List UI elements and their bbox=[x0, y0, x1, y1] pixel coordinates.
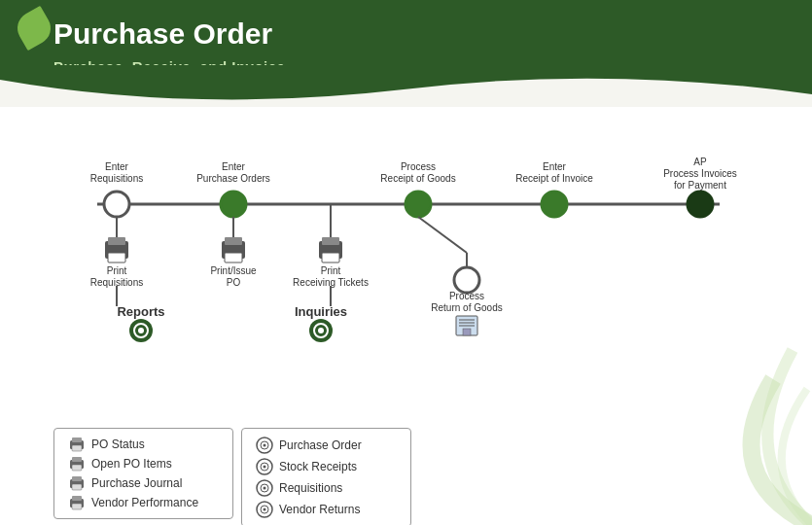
svg-rect-25 bbox=[322, 237, 339, 245]
node-enter-purchase-orders[interactable] bbox=[221, 192, 246, 217]
svg-text:PO: PO bbox=[227, 277, 241, 288]
svg-rect-21 bbox=[225, 237, 242, 245]
inquiries-item-stock-receipts[interactable]: Stock Receipts bbox=[256, 458, 397, 475]
leaf-icon bbox=[12, 6, 56, 51]
report-print-icon4 bbox=[68, 495, 86, 510]
svg-text:Reports: Reports bbox=[117, 304, 164, 319]
svg-line-15 bbox=[418, 217, 467, 253]
node-process-return-goods[interactable] bbox=[454, 267, 479, 293]
svg-text:Requisitions: Requisitions bbox=[90, 173, 143, 184]
svg-text:Receipt of Goods: Receipt of Goods bbox=[380, 173, 455, 184]
svg-point-58 bbox=[264, 444, 266, 447]
reports-item-po-status[interactable]: PO Status bbox=[68, 437, 219, 452]
svg-text:Print/Issue: Print/Issue bbox=[210, 265, 257, 276]
node-ap-process-invoices[interactable] bbox=[688, 192, 713, 217]
svg-point-43 bbox=[318, 328, 324, 333]
inquiry-icon3 bbox=[256, 479, 273, 497]
inquiry-icon bbox=[256, 437, 273, 454]
inquiries-requisitions-label: Requisitions bbox=[279, 481, 342, 495]
svg-rect-22 bbox=[225, 253, 242, 262]
reports-box: PO Status Open PO Items Purchase Journal bbox=[53, 428, 233, 519]
inquiry-icon2 bbox=[256, 458, 273, 475]
inquiries-box: Purchase Order Stock Receipts Requisitio… bbox=[241, 428, 411, 525]
inquiries-vendor-returns-label: Vendor Returns bbox=[279, 503, 360, 516]
svg-text:Enter: Enter bbox=[105, 161, 129, 172]
inquiries-purchase-order-label: Purchase Order bbox=[279, 438, 362, 452]
svg-rect-17 bbox=[108, 237, 125, 245]
svg-rect-18 bbox=[108, 253, 125, 262]
workflow-timeline: Enter Requisitions Enter Purchase Orders… bbox=[39, 156, 778, 369]
svg-text:Enter: Enter bbox=[222, 161, 246, 172]
svg-rect-45 bbox=[72, 438, 82, 442]
svg-text:Process Invoices: Process Invoices bbox=[663, 168, 737, 179]
report-print-icon2 bbox=[68, 456, 86, 472]
reports-open-po-label: Open PO Items bbox=[91, 457, 172, 471]
reports-item-open-po[interactable]: Open PO Items bbox=[68, 456, 219, 472]
svg-text:AP: AP bbox=[693, 157, 707, 167]
svg-rect-54 bbox=[72, 496, 82, 501]
node-process-receipt-goods[interactable] bbox=[406, 192, 431, 217]
reports-item-purchase-journal[interactable]: Purchase Journal bbox=[68, 475, 219, 491]
svg-text:Receipt of Invoice: Receipt of Invoice bbox=[515, 173, 593, 184]
svg-point-67 bbox=[264, 508, 266, 511]
svg-text:Enter: Enter bbox=[543, 161, 567, 172]
svg-rect-26 bbox=[322, 253, 339, 262]
page-title: Purchase Order bbox=[53, 18, 272, 51]
svg-text:Return of Goods: Return of Goods bbox=[431, 302, 502, 313]
main-content: Enter Requisitions Enter Purchase Orders… bbox=[0, 126, 812, 525]
svg-text:Print: Print bbox=[321, 265, 341, 276]
svg-rect-49 bbox=[72, 465, 82, 471]
report-print-icon bbox=[68, 437, 86, 452]
svg-text:Process: Process bbox=[449, 291, 484, 301]
svg-text:Print: Print bbox=[107, 265, 127, 276]
inquiries-item-purchase-order[interactable]: Purchase Order bbox=[256, 437, 397, 454]
report-print-icon3 bbox=[68, 475, 86, 491]
svg-text:Process: Process bbox=[401, 161, 436, 172]
svg-text:Purchase Orders: Purchase Orders bbox=[196, 173, 270, 184]
svg-rect-52 bbox=[72, 484, 82, 490]
svg-text:for Payment: for Payment bbox=[674, 180, 726, 191]
reports-purchase-journal-label: Purchase Journal bbox=[91, 476, 182, 490]
node-enter-requisitions[interactable] bbox=[104, 192, 129, 217]
inquiry-icon4 bbox=[256, 501, 273, 518]
svg-point-39 bbox=[138, 328, 144, 333]
reports-item-vendor-performance[interactable]: Vendor Performance bbox=[68, 495, 219, 510]
reports-vendor-performance-label: Vendor Performance bbox=[91, 496, 198, 509]
svg-rect-51 bbox=[72, 476, 82, 481]
svg-rect-48 bbox=[72, 457, 82, 462]
node-enter-receipt-invoice[interactable] bbox=[542, 192, 567, 217]
inquiries-item-vendor-returns[interactable]: Vendor Returns bbox=[256, 501, 397, 518]
svg-point-61 bbox=[264, 466, 266, 469]
reports-po-status-label: PO Status bbox=[91, 438, 145, 451]
header-wave bbox=[0, 65, 812, 107]
svg-rect-35 bbox=[463, 329, 471, 335]
svg-point-64 bbox=[264, 487, 266, 490]
inquiries-stock-receipts-label: Stock Receipts bbox=[279, 460, 357, 473]
svg-rect-46 bbox=[72, 445, 82, 451]
svg-rect-55 bbox=[72, 504, 82, 509]
page-header: Purchase Order Purchase, Receive, and In… bbox=[0, 0, 812, 107]
svg-text:Inquiries: Inquiries bbox=[295, 304, 347, 319]
inquiries-item-requisitions[interactable]: Requisitions bbox=[256, 479, 397, 497]
